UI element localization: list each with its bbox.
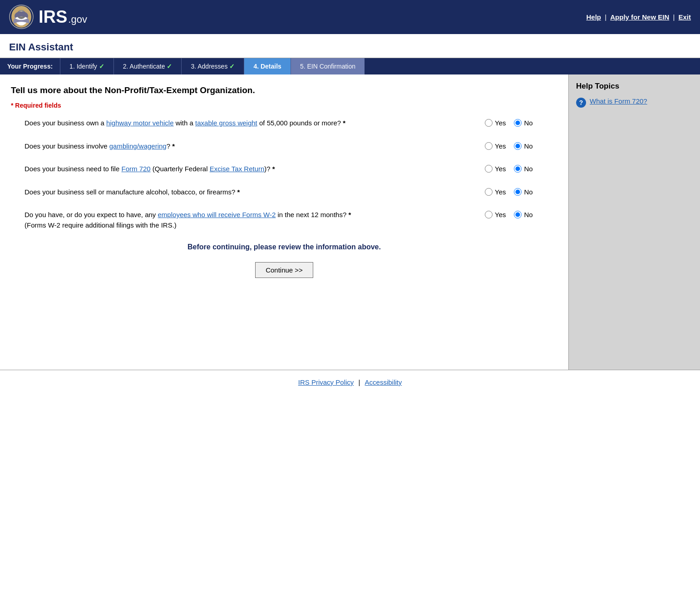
question-1-radio-group: Yes No: [485, 118, 557, 127]
question-5-no-radio[interactable]: [514, 211, 522, 218]
page-title-bar: EIN Assistant: [0, 34, 700, 58]
continue-button-row: Continue >>: [11, 262, 557, 278]
question-2-yes-radio[interactable]: [485, 142, 493, 150]
question-1-no-option[interactable]: No: [514, 119, 532, 127]
question-5-yes-radio[interactable]: [485, 211, 493, 218]
main-container: Tell us more about the Non-Profit/Tax-Ex…: [0, 74, 700, 370]
help-topic-item-1: ? What is Form 720?: [576, 97, 693, 108]
page-footer: IRS Privacy Policy | Accessibility: [0, 370, 700, 394]
question-3-yes-radio[interactable]: [485, 165, 493, 173]
question-text-5: Do you have, or do you expect to have, a…: [25, 210, 485, 230]
question-1-no-radio[interactable]: [514, 119, 522, 127]
question-2-no-option[interactable]: No: [514, 142, 532, 150]
gambling-wagering-link[interactable]: gambling/wagering: [109, 142, 167, 150]
logo-text: IRS.gov: [39, 7, 87, 27]
question-4-radio-group: Yes No: [485, 187, 557, 196]
accessibility-link[interactable]: Accessibility: [365, 378, 402, 386]
header-navigation: Help | Apply for New EIN | Exit: [586, 13, 691, 21]
progress-step-5: 5. EIN Confirmation: [291, 58, 365, 74]
required-fields-note: * Required fields: [11, 102, 557, 109]
question-5-yes-option[interactable]: Yes: [485, 211, 506, 218]
what-is-form-720-link[interactable]: What is Form 720?: [590, 97, 647, 105]
question-text-3: Does your business need to file Form 720…: [25, 164, 485, 174]
question-4-no-radio[interactable]: [514, 188, 522, 196]
question-row-3: Does your business need to file Form 720…: [11, 164, 557, 174]
help-link[interactable]: Help: [586, 13, 601, 21]
review-note: Before continuing, please review the inf…: [11, 243, 557, 251]
logo-area: IRS.gov: [9, 5, 87, 30]
help-topics-title: Help Topics: [576, 82, 693, 91]
question-3-no-option[interactable]: No: [514, 165, 532, 173]
question-row-1: Does your business own a highway motor v…: [11, 118, 557, 129]
progress-bar: Your Progress: 1. Identify✓ 2. Authentic…: [0, 58, 700, 74]
question-text-1: Does your business own a highway motor v…: [25, 118, 485, 129]
question-4-no-option[interactable]: No: [514, 188, 532, 196]
question-row-5: Do you have, or do you expect to have, a…: [11, 210, 557, 230]
highway-motor-vehicle-link[interactable]: highway motor vehicle: [106, 119, 173, 127]
question-1-yes-option[interactable]: Yes: [485, 119, 506, 127]
question-text-2: Does your business involve gambling/wage…: [25, 141, 485, 152]
question-row-2: Does your business involve gambling/wage…: [11, 141, 557, 152]
question-3-no-radio[interactable]: [514, 165, 522, 173]
question-5-radio-group: Yes No: [485, 210, 557, 218]
section-title: Tell us more about the Non-Profit/Tax-Ex…: [11, 85, 557, 95]
question-row-4: Does your business sell or manufacture a…: [11, 187, 557, 198]
progress-step-4: 4. Details: [244, 58, 290, 74]
irs-eagle-icon: [9, 5, 34, 30]
excise-tax-return-link[interactable]: Excise Tax Return: [210, 165, 265, 173]
question-2-radio-group: Yes No: [485, 141, 557, 150]
progress-step-3: 3. Addresses✓: [181, 58, 244, 74]
page-title: EIN Assistant: [9, 41, 691, 53]
question-5-no-option[interactable]: No: [514, 211, 532, 218]
form-720-link[interactable]: Form 720: [121, 165, 150, 173]
privacy-policy-link[interactable]: IRS Privacy Policy: [298, 378, 354, 386]
main-content: Tell us more about the Non-Profit/Tax-Ex…: [0, 74, 568, 370]
question-4-yes-radio[interactable]: [485, 188, 493, 196]
question-1-yes-radio[interactable]: [485, 119, 493, 127]
taxable-gross-weight-link[interactable]: taxable gross weight: [195, 119, 257, 127]
continue-button[interactable]: Continue >>: [255, 262, 313, 278]
help-icon: ?: [576, 98, 586, 108]
help-sidebar: Help Topics ? What is Form 720?: [568, 74, 700, 370]
question-3-yes-option[interactable]: Yes: [485, 165, 506, 173]
employees-w2-link[interactable]: employees who will receive Forms W-2: [158, 211, 276, 218]
question-4-yes-option[interactable]: Yes: [485, 188, 506, 196]
question-2-yes-option[interactable]: Yes: [485, 142, 506, 150]
question-2-no-radio[interactable]: [514, 142, 522, 150]
question-3-radio-group: Yes No: [485, 164, 557, 173]
progress-label: Your Progress:: [0, 58, 60, 74]
question-text-4: Does your business sell or manufacture a…: [25, 187, 485, 198]
progress-step-1: 1. Identify✓: [60, 58, 113, 74]
page-header: IRS.gov Help | Apply for New EIN | Exit: [0, 0, 700, 34]
exit-link[interactable]: Exit: [678, 13, 691, 21]
progress-step-2: 2. Authenticate✓: [113, 58, 182, 74]
apply-ein-link[interactable]: Apply for New EIN: [610, 13, 669, 21]
